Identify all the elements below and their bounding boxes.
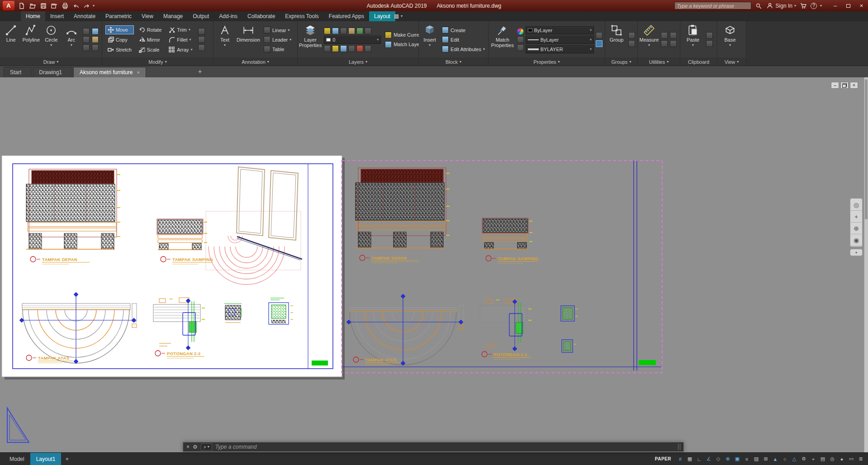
isometric-drafting-icon[interactable]: ◇ (714, 454, 723, 464)
stretch-button[interactable]: Stretch (105, 45, 134, 54)
layer-thaw-all-icon[interactable] (332, 45, 339, 52)
base-button[interactable]: Base ▾ (719, 22, 741, 57)
navigation-wheel-icon[interactable]: ◎ (851, 199, 862, 211)
transparency-icon[interactable]: ▨ (752, 454, 761, 464)
mirror-button[interactable]: Mirror (137, 35, 164, 44)
draw-panel-label[interactable]: Draw ▾ (0, 58, 102, 66)
drawing-canvas[interactable]: TAMPAK DEPAN TAMPAK SAMPING (0, 77, 868, 452)
maximize-window-button[interactable] (842, 0, 855, 11)
circle-button[interactable]: Circle ▾ (42, 22, 61, 57)
layer-isolate-icon[interactable] (332, 28, 339, 34)
point-style-icon[interactable] (670, 40, 677, 47)
rotate-button[interactable]: Rotate (137, 25, 164, 34)
ribbon-tab-parametric[interactable]: Parametric (100, 11, 137, 21)
quick-calc-icon[interactable] (670, 32, 677, 39)
polyline-button[interactable]: Polyline (22, 22, 41, 57)
object-snap-tracking-icon[interactable]: ⊕ (723, 454, 732, 464)
hatch-tool-icon[interactable] (83, 28, 90, 35)
help-icon[interactable]: ? (811, 3, 817, 9)
grid-icon[interactable]: # (676, 454, 685, 464)
undo-button[interactable] (71, 1, 81, 10)
layout1-tab[interactable]: Layout1 (30, 453, 62, 465)
layer-combo[interactable]: 0 ▾ (324, 36, 381, 44)
app-logo[interactable]: A (3, 1, 14, 10)
gradient-tool-icon[interactable] (92, 28, 99, 35)
edit-attributes-button[interactable]: Edit Attributes ▾ (440, 45, 487, 53)
orbit-icon[interactable]: ◉ (851, 234, 862, 246)
linetype-tool-icon[interactable] (517, 36, 524, 43)
close-drawing-button[interactable]: × (850, 82, 858, 89)
navigation-bar-more[interactable]: ▾ (850, 249, 863, 256)
paste-button[interactable]: Paste ▾ (682, 22, 704, 57)
layer-on-all-icon[interactable] (324, 45, 331, 52)
ribbon-tab-manage[interactable]: Manage (158, 11, 188, 21)
snap-icon[interactable]: ▦ (685, 454, 694, 464)
copy-button[interactable]: Copy (105, 35, 134, 44)
layer-lock-icon[interactable] (348, 28, 355, 34)
dimension-button[interactable]: Dimension (236, 22, 261, 57)
trim-button[interactable]: Trim▾ (166, 25, 194, 34)
point-tool-icon[interactable] (92, 44, 99, 51)
command-input[interactable] (215, 444, 675, 450)
customization-icon[interactable]: ≣ (856, 454, 865, 464)
clean-screen-icon[interactable]: ▭ (847, 454, 856, 464)
new-drawing-tab-button[interactable]: + (195, 66, 204, 76)
linetype-dropdown[interactable]: ByLayer ▾ (526, 36, 594, 44)
model-tab[interactable]: Model (4, 453, 30, 465)
id-point-icon[interactable] (661, 32, 668, 39)
explode-tool-icon[interactable] (198, 36, 205, 43)
file-tab-aksono-metri-furniture[interactable]: Aksono metri furniture × (73, 67, 146, 77)
text-button[interactable]: Text ▾ (215, 22, 235, 57)
layer-walk-icon[interactable] (365, 28, 371, 34)
zoom-icon[interactable]: ⊕ (851, 223, 862, 234)
annotation-panel-label[interactable]: Annotation ▾ (213, 58, 297, 66)
customize-command-line-icon[interactable]: ⚙ (193, 444, 198, 450)
quick-properties-icon[interactable]: ▤ (818, 454, 827, 464)
open-file-button[interactable] (28, 1, 38, 10)
graphics-performance-icon[interactable]: ● (837, 454, 846, 464)
close-window-button[interactable]: × (855, 0, 868, 11)
cut-icon[interactable] (706, 32, 713, 39)
annotation-visibility-icon[interactable]: ▲ (771, 454, 780, 464)
color-wheel-icon[interactable] (517, 28, 524, 35)
sign-in-button[interactable]: Sign In ▾ (766, 2, 796, 10)
ribbon-tab-insert[interactable]: Insert (45, 11, 69, 21)
lineweight-tool-icon[interactable] (517, 44, 524, 51)
scale-button[interactable]: Scale (137, 45, 164, 54)
layer-merge-icon[interactable] (365, 45, 371, 52)
new-file-button[interactable] (17, 1, 27, 10)
paper-space-toggle[interactable]: PAPER (655, 456, 671, 461)
minimize-drawing-button[interactable]: – (831, 82, 839, 89)
groups-panel-label[interactable]: Groups ▾ (605, 58, 637, 66)
table-button[interactable]: Table (262, 45, 293, 53)
ribbon-display-toggle[interactable]: ▾ (394, 11, 403, 21)
annotation-scale-icon[interactable]: △ (790, 454, 799, 464)
app-store-cart-icon[interactable] (799, 2, 807, 10)
array-button[interactable]: Array▾ (166, 45, 194, 54)
boundary-tool-icon[interactable] (83, 36, 90, 43)
region-tool-icon[interactable] (92, 36, 99, 43)
layer-properties-button[interactable]: Layer Properties (299, 22, 322, 57)
offset-tool-icon[interactable] (198, 44, 205, 51)
utilities-panel-label[interactable]: Utilities ▾ (638, 58, 680, 66)
arc-button[interactable]: Arc ▾ (62, 22, 81, 57)
polar-tracking-icon[interactable]: ∠ (704, 454, 713, 464)
isolate-objects-icon[interactable]: ◎ (828, 454, 837, 464)
pan-icon[interactable]: + (851, 211, 862, 223)
layer-freeze-icon[interactable] (340, 28, 347, 34)
plot-button[interactable] (60, 1, 70, 10)
ribbon-tab-addins[interactable]: Add-ins (214, 11, 242, 21)
fillet-button[interactable]: Fillet▾ (166, 35, 194, 44)
ellipse-tool-icon[interactable] (83, 44, 90, 51)
block-panel-label[interactable]: Block ▾ (419, 58, 488, 66)
new-layout-button[interactable]: + (61, 453, 73, 465)
qat-menu-caret-icon[interactable]: ▾ (93, 4, 95, 8)
insert-block-button[interactable]: Insert ▾ (420, 22, 439, 57)
move-button[interactable]: Move (105, 25, 134, 34)
layer-lock-fade-icon[interactable] (340, 45, 347, 52)
linear-dimension-button[interactable]: Linear ▾ (262, 26, 293, 34)
restore-drawing-button[interactable] (840, 82, 849, 89)
workspace-icon[interactable]: ⚙ (799, 454, 808, 464)
transparency-tool-icon[interactable] (596, 32, 602, 39)
ortho-icon[interactable]: ∟ (695, 454, 704, 464)
